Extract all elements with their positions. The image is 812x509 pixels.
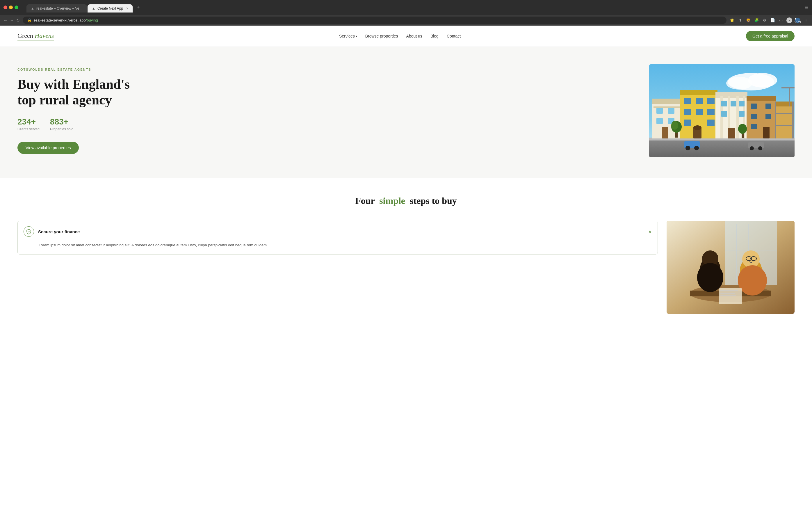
extensions-icon[interactable]: 🧩 [754, 18, 759, 23]
browser-chrome: ▲ real-estate – Overview – Vercel ▲ Crea… [0, 0, 812, 26]
share-icon[interactable]: ⬆ [738, 18, 743, 23]
tab-2-favicon: ▲ [92, 6, 96, 10]
logo-black: Havens [35, 32, 54, 39]
svg-rect-18 [696, 98, 703, 104]
tab-bar: ▲ real-estate – Overview – Vercel ▲ Crea… [23, 2, 800, 12]
svg-rect-9 [657, 108, 663, 114]
svg-rect-13 [662, 127, 668, 138]
tab-1[interactable]: ▲ real-estate – Overview – Vercel [27, 4, 87, 12]
svg-rect-45 [751, 124, 757, 129]
svg-rect-14 [654, 106, 680, 108]
svg-point-59 [738, 124, 747, 134]
svg-point-3 [726, 77, 752, 90]
svg-rect-8 [652, 99, 681, 104]
svg-rect-84 [720, 293, 735, 294]
nav-buttons: ← → ↻ [3, 18, 20, 23]
svg-rect-24 [707, 120, 714, 126]
view-properties-button[interactable]: View available properties [17, 142, 79, 154]
hero-buildings-svg [649, 64, 795, 157]
svg-rect-47 [775, 105, 794, 138]
address-domain: real-estate-seven-xi.vercel.app/buying [34, 18, 98, 23]
maximize-window-button[interactable] [14, 5, 18, 9]
forward-button[interactable]: → [10, 18, 14, 23]
reader-icon[interactable]: 📄 [770, 18, 775, 23]
svg-rect-51 [775, 113, 794, 114]
hero-title: Buy with England's top rural agency [17, 76, 157, 108]
steps-title: Four simple steps to buy [17, 196, 795, 206]
address-input[interactable]: 🔒 real-estate-seven-xi.vercel.app/buying [23, 16, 727, 24]
svg-rect-33 [721, 101, 727, 106]
nav-blog[interactable]: Blog [430, 34, 438, 38]
accordion-step-1-left: Secure your finance [24, 226, 80, 237]
hero-stats: 234+ Clients served 883+ Properties sold [17, 117, 157, 131]
svg-rect-19 [707, 98, 714, 104]
hero-section: COTSWOLDS REAL ESTATE AGENTS Buy with En… [0, 47, 812, 178]
svg-point-26 [693, 125, 702, 130]
tab-2-label: Create Next App [98, 6, 123, 10]
steps-accordion: Secure your finance ∧ Lorem ipsum dolor … [17, 221, 658, 254]
nav-links: Services ▾ Browse properties About us Bl… [339, 34, 461, 38]
address-path: /buying [86, 18, 98, 23]
minimize-window-button[interactable] [9, 5, 13, 9]
steps-section: Four simple steps to buy [0, 178, 812, 326]
browser-menu-dots[interactable]: ⋮ [803, 18, 809, 23]
nav-browse[interactable]: Browse properties [365, 34, 398, 38]
free-appraisal-button[interactable]: Get a free appraisal [746, 31, 795, 41]
brave-shield-icon[interactable]: 🦁 [746, 18, 751, 23]
svg-rect-37 [739, 111, 744, 116]
tab-2-close[interactable]: ✕ [126, 7, 129, 10]
refresh-button[interactable]: ↻ [16, 18, 20, 23]
hero-image [649, 64, 795, 157]
stat-clients-value: 234+ [17, 117, 40, 127]
accordion-chevron-icon: ∧ [648, 229, 652, 234]
back-button[interactable]: ← [3, 18, 7, 23]
svg-rect-5 [649, 139, 795, 157]
sidebar-icon[interactable]: ▭ [778, 18, 783, 23]
svg-rect-83 [720, 290, 738, 291]
new-tab-button[interactable]: + [133, 2, 143, 12]
bookmarks-icon[interactable]: ⭐ [730, 18, 735, 23]
svg-point-62 [694, 146, 699, 150]
svg-rect-40 [747, 96, 776, 101]
profile-icon[interactable]: ● [786, 18, 792, 23]
svg-rect-48 [775, 102, 794, 106]
svg-point-61 [685, 146, 690, 150]
svg-rect-35 [739, 101, 744, 106]
svg-point-2 [748, 73, 777, 88]
svg-rect-34 [731, 101, 736, 106]
svg-rect-10 [668, 108, 674, 114]
accordion-step-1: Secure your finance ∧ Lorem ipsum dolor … [17, 221, 658, 254]
tab-2[interactable]: ▲ Create Next App ✕ [87, 4, 133, 12]
steps-meeting-image [667, 221, 795, 314]
close-window-button[interactable] [3, 5, 7, 9]
logo-green: Green [17, 32, 33, 39]
svg-rect-23 [684, 120, 691, 126]
svg-point-57 [671, 121, 678, 130]
svg-rect-28 [715, 92, 747, 98]
svg-point-75 [697, 263, 723, 292]
svg-rect-52 [775, 125, 794, 126]
svg-rect-46 [763, 127, 770, 138]
tab-1-favicon: ▲ [31, 6, 35, 10]
stat-clients-label: Clients served [17, 127, 40, 131]
svg-rect-41 [751, 104, 757, 109]
traffic-lights [3, 5, 18, 9]
hero-eyebrow: COTSWOLDS REAL ESTATE AGENTS [17, 68, 157, 71]
svg-rect-53 [789, 88, 790, 106]
browser-menu-icon[interactable]: ☰ [805, 5, 809, 10]
nav-contact[interactable]: Contact [447, 34, 461, 38]
svg-rect-20 [684, 109, 691, 115]
nav-about[interactable]: About us [406, 34, 422, 38]
settings-icon[interactable]: ⚙ [762, 18, 767, 23]
chevron-down-icon: ▾ [356, 35, 357, 38]
nav-services[interactable]: Services ▾ [339, 34, 357, 38]
svg-rect-68 [736, 224, 737, 282]
stat-properties-label: Properties sold [50, 127, 73, 131]
svg-rect-54 [781, 87, 795, 89]
svg-rect-16 [680, 90, 717, 95]
website: Green Havens Services ▾ Browse propertie… [0, 26, 812, 326]
steps-title-highlight: simple [379, 196, 405, 206]
vpn-badge[interactable]: ● VPN [795, 18, 800, 23]
accordion-step-1-title: Secure your finance [38, 229, 80, 234]
accordion-step-1-header[interactable]: Secure your finance ∧ [18, 221, 658, 242]
